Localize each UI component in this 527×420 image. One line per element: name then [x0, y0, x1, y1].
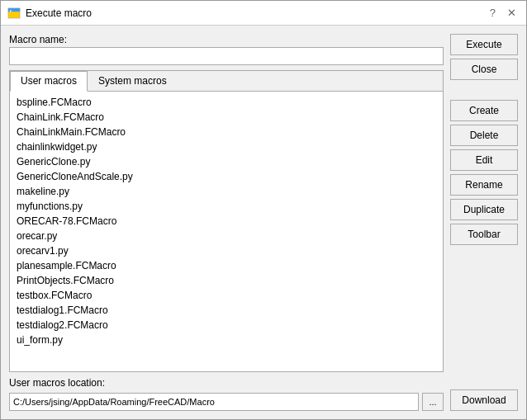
macro-list-item[interactable]: ChainLinkMain.FCMacro [12, 125, 441, 139]
macro-list-item[interactable]: orecarv1.py [12, 243, 441, 258]
macro-list-item[interactable]: myfunctions.py [12, 199, 441, 214]
macro-name-label: Macro name: [9, 34, 444, 45]
help-button[interactable]: ? [487, 5, 499, 21]
tabs-container: User macros System macros bspline.FCMacr… [9, 70, 444, 372]
macro-list-item[interactable]: testdialog1.FCMacro [12, 303, 441, 318]
tab-system-macros[interactable]: System macros [88, 71, 178, 91]
macro-list-item[interactable]: testbox.FCMacro [12, 288, 441, 303]
spacer1 [450, 83, 518, 97]
macro-list-item[interactable]: orecar.py [12, 229, 441, 243]
execute-button[interactable]: Execute [450, 34, 518, 55]
macro-list-item[interactable]: chainlinkwidget.py [12, 139, 441, 154]
macro-list-item[interactable]: planesample.FCMacro [12, 258, 441, 273]
left-panel: Macro name: User macros System macros bs… [9, 34, 444, 411]
macro-list-item[interactable]: PrintObjects.FCMacro [12, 273, 441, 288]
create-button[interactable]: Create [450, 100, 518, 121]
location-section: User macros location: ... [9, 377, 444, 411]
location-row: ... [9, 393, 444, 411]
location-input[interactable] [9, 393, 419, 411]
macro-list-item[interactable]: makeline.py [12, 184, 441, 199]
macro-list-item[interactable]: ORECAR-78.FCMacro [12, 214, 441, 229]
title-bar: F Execute macro ? ✕ [1, 1, 526, 26]
dialog-body: Macro name: User macros System macros bs… [1, 26, 526, 419]
rename-button[interactable]: Rename [450, 174, 518, 196]
close-button[interactable]: Close [450, 59, 518, 80]
tab-bar: User macros System macros [10, 71, 443, 92]
macro-list-item[interactable]: ui_form.py [12, 333, 441, 347]
title-bar-controls: ? ✕ [487, 5, 520, 21]
execute-macro-dialog: F Execute macro ? ✕ Macro name: User mac… [0, 0, 527, 420]
macro-name-input[interactable] [9, 47, 444, 65]
macro-icon: F [7, 7, 21, 20]
download-button[interactable]: Download [450, 389, 518, 411]
duplicate-button[interactable]: Duplicate [450, 199, 518, 220]
location-label: User macros location: [9, 377, 444, 389]
delete-button[interactable]: Delete [450, 125, 518, 146]
browse-button[interactable]: ... [422, 393, 444, 411]
tab-user-macros[interactable]: User macros [10, 71, 88, 92]
macro-list-item[interactable]: bspline.FCMacro [12, 95, 441, 110]
title-bar-left: F Execute macro [7, 7, 92, 20]
macro-list[interactable]: bspline.FCMacroChainLink.FCMacroChainLin… [10, 92, 443, 371]
macro-list-item[interactable]: testdialog2.FCMacro [12, 318, 441, 333]
right-panel: Execute Close Create Delete Edit Rename … [450, 34, 518, 411]
close-title-button[interactable]: ✕ [504, 5, 520, 21]
macro-list-item[interactable]: GenericClone.py [12, 154, 441, 169]
toolbar-button[interactable]: Toolbar [450, 224, 518, 245]
macro-list-item[interactable]: GenericCloneAndScale.py [12, 169, 441, 184]
spacer2 [450, 248, 518, 386]
dialog-title: Execute macro [26, 7, 92, 19]
edit-button[interactable]: Edit [450, 149, 518, 171]
macro-name-section: Macro name: [9, 34, 444, 65]
macro-list-item[interactable]: ChainLink.FCMacro [12, 110, 441, 125]
